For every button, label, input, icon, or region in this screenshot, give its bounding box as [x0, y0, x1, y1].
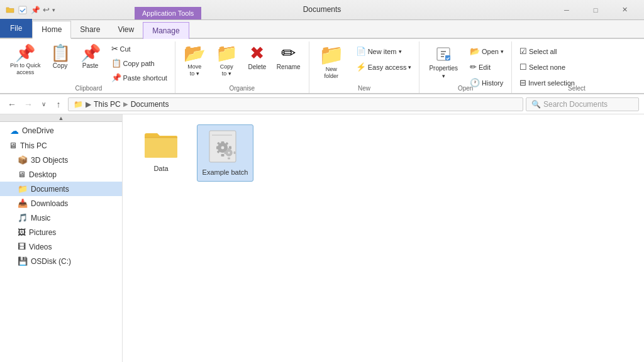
svg-point-16	[228, 151, 230, 154]
delete-button[interactable]: ✖ Delete	[243, 41, 271, 74]
copy-button[interactable]: 📋 Copy	[46, 41, 75, 72]
sidebar-item-documents[interactable]: 📁 Documents	[0, 182, 122, 196]
copy-icon: 📋	[50, 45, 70, 61]
properties-button[interactable]: Properties ▾	[423, 41, 464, 82]
properties-icon	[434, 45, 453, 63]
minimize-button[interactable]: ─	[552, 0, 581, 20]
svg-rect-17	[228, 148, 230, 150]
qat-dropdown-icon[interactable]: ▾	[52, 7, 55, 13]
app-tools-tab[interactable]: Application Tools	[135, 7, 201, 19]
select-all-label: Select all	[529, 48, 557, 55]
paste-shortcut-button[interactable]: 📌 Paste shortcut	[108, 70, 171, 85]
select-all-button[interactable]: ☑ Select all	[516, 44, 579, 58]
copy-to-label: Copyto ▾	[220, 63, 233, 77]
sidebar-item-thispc[interactable]: 🖥 This PC	[0, 138, 122, 153]
paste-shortcut-icon: 📌	[111, 73, 121, 82]
pin-to-quick-access-button[interactable]: 📌 Pin to Quick access	[6, 41, 45, 79]
qat-folder-icon[interactable]	[5, 5, 15, 15]
sidebar-container: ▲ ☁ OneDrive 🖥 This PC 📦 3D Objects 🖥 De…	[0, 114, 123, 362]
desktop-icon: 🖥	[18, 170, 26, 179]
file-item-data[interactable]: Data	[133, 124, 189, 182]
copy-to-icon: 📁	[216, 45, 238, 62]
paste-shortcut-label: Paste shortcut	[123, 74, 167, 82]
sidebar-item-osdisk[interactable]: 💾 OSDisk (C:)	[0, 254, 122, 268]
downloads-icon: 📥	[18, 199, 28, 208]
new-folder-icon: 📁	[319, 45, 344, 65]
edit-icon: ✏	[470, 62, 477, 72]
tab-view[interactable]: View	[109, 21, 143, 38]
cut-button[interactable]: ✂ Cut	[108, 41, 171, 56]
sidebar-item-onedrive[interactable]: ☁ OneDrive	[0, 123, 122, 138]
videos-label: Videos	[29, 243, 52, 251]
sidebar-item-music[interactable]: 🎵 Music	[0, 211, 122, 225]
sidebar-item-3dobjects[interactable]: 📦 3D Objects	[0, 153, 122, 167]
pin-icon: 📌	[15, 45, 35, 61]
clipboard-group: 📌 Pin to Quick access 📋 Copy 📌 Paste ✂ C…	[3, 41, 175, 93]
svg-rect-8	[221, 154, 225, 156]
maximize-button[interactable]: □	[581, 0, 610, 20]
select-none-button[interactable]: ☐ Select none	[516, 60, 579, 74]
properties-label: Properties	[429, 65, 458, 72]
music-label: Music	[31, 214, 50, 222]
new-folder-button[interactable]: 📁 Newfolder	[313, 41, 350, 83]
pin-label: Pin to Quick access	[10, 62, 41, 76]
tab-file[interactable]: File	[0, 19, 32, 38]
downloads-label: Downloads	[31, 199, 68, 208]
copy-path-icon: 📋	[111, 58, 121, 68]
ribbon-items-clipboard: 📌 Pin to Quick access 📋 Copy 📌 Paste ✂ C…	[6, 41, 171, 105]
svg-rect-0	[19, 6, 26, 14]
svg-point-6	[221, 146, 225, 150]
delete-label: Delete	[248, 63, 266, 70]
copy-label: Copy	[53, 62, 67, 69]
sidebar-item-downloads[interactable]: 📥 Downloads	[0, 196, 122, 211]
tab-manage[interactable]: Manage	[143, 22, 189, 39]
qat-pin-icon[interactable]: 📌	[30, 5, 40, 15]
qat-area: 📌 ↩ ▾	[5, 5, 55, 15]
edit-button[interactable]: ✏ Edit	[466, 60, 508, 74]
rename-label: Rename	[277, 63, 301, 70]
svg-rect-19	[225, 151, 226, 154]
tab-home[interactable]: Home	[32, 21, 71, 39]
sidebar-scroll-up[interactable]: ▲	[0, 114, 122, 122]
svg-rect-18	[228, 158, 230, 160]
select-group-label: Select	[512, 85, 641, 92]
ribbon-items-open: Properties ▾ 📂 Open ▾ ✏ Edit 🕐 History	[423, 41, 508, 110]
organise-group-label: Organise	[175, 85, 309, 92]
easy-access-button[interactable]: ⚡ Easy access ▾	[352, 60, 416, 74]
rename-button[interactable]: ✏ Rename	[272, 41, 305, 74]
sidebar-item-videos[interactable]: 🎞 Videos	[0, 239, 122, 254]
easy-access-chevron: ▾	[408, 64, 411, 70]
new-item-chevron: ▾	[399, 48, 402, 55]
batch-file-icon	[208, 130, 243, 165]
qat-check-icon[interactable]	[18, 6, 28, 14]
file-item-example-batch[interactable]: Example batch	[197, 124, 253, 182]
qat-undo-icon[interactable]: ↩	[43, 5, 50, 14]
new-item-button[interactable]: 📄 New item ▾	[352, 44, 416, 58]
documents-label: Documents	[31, 185, 69, 194]
open-group-label: Open	[419, 85, 511, 92]
move-to-label: Moveto ▾	[187, 63, 201, 77]
copy-path-label: Copy path	[123, 60, 155, 67]
pictures-label: Pictures	[29, 228, 56, 237]
new-group: 📁 Newfolder 📄 New item ▾ ⚡ Easy access ▾…	[309, 41, 420, 93]
open-label: Open	[482, 48, 499, 55]
close-button[interactable]: ✕	[610, 0, 639, 20]
copy-to-button[interactable]: 📁 Copyto ▾	[211, 41, 242, 80]
open-button[interactable]: 📂 Open ▾	[466, 44, 508, 58]
svg-rect-7	[221, 141, 225, 144]
copy-path-button[interactable]: 📋 Copy path	[108, 56, 171, 70]
move-to-button[interactable]: 📂 Moveto ▾	[179, 41, 210, 80]
documents-icon: 📁	[18, 184, 28, 194]
tab-share[interactable]: Share	[71, 21, 109, 38]
organise-group: 📂 Moveto ▾ 📁 Copyto ▾ ✖ Delete ✏ Rename …	[175, 41, 309, 93]
3dobjects-icon: 📦	[18, 155, 28, 165]
sidebar: ☁ OneDrive 🖥 This PC 📦 3D Objects 🖥 Desk…	[0, 122, 122, 362]
sidebar-item-pictures[interactable]: 🖼 Pictures	[0, 225, 122, 239]
3dobjects-label: 3D Objects	[31, 156, 68, 165]
paste-button[interactable]: 📌 Paste	[76, 41, 105, 72]
open-group: Properties ▾ 📂 Open ▾ ✏ Edit 🕐 History	[419, 41, 512, 93]
sidebar-item-desktop[interactable]: 🖥 Desktop	[0, 167, 122, 182]
data-folder-icon	[143, 130, 179, 161]
paste-icon: 📌	[80, 45, 101, 61]
edit-label: Edit	[479, 63, 491, 71]
